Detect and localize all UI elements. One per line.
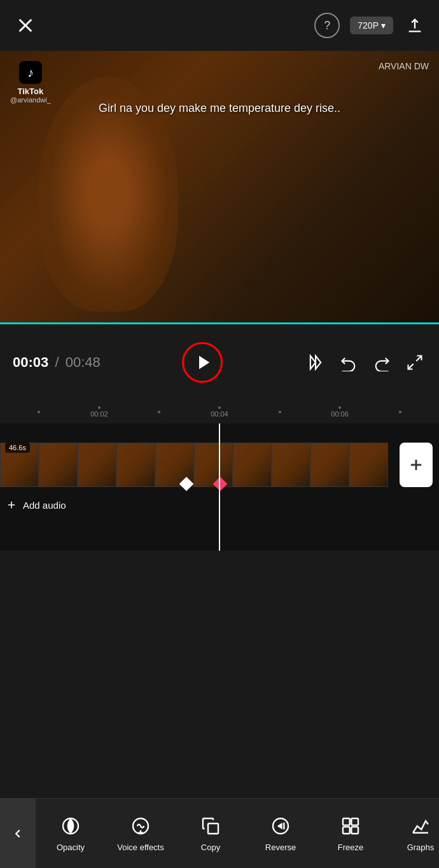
playhead-line	[219, 424, 220, 551]
video-content: ♪ TikTok @arviandwi_ ARVIAN DW Girl na y…	[0, 51, 439, 324]
ruler-mark-4	[279, 411, 281, 413]
add-audio-icon	[5, 499, 18, 511]
freeze-label: Freeze	[338, 843, 363, 852]
thumb-8	[272, 443, 310, 487]
ruler-mark-3: 00:04	[211, 406, 228, 418]
opacity-label: Opacity	[57, 843, 85, 852]
thumb-7	[233, 443, 272, 487]
thumb-2	[39, 443, 78, 487]
tiktok-logo: ♪	[27, 65, 34, 80]
toolbar-scroll: Opacity Voice effects Copy	[36, 799, 439, 869]
ruler-mark-5: 00:06	[331, 406, 349, 418]
top-bar-right: ? 720P ▾	[314, 13, 426, 38]
ruler-dot	[98, 406, 101, 409]
voice-effects-icon	[129, 815, 152, 837]
svg-line-6	[408, 364, 414, 369]
ruler-dot	[399, 411, 401, 413]
voice-effects-tool[interactable]: Voice effects	[106, 799, 176, 869]
bottom-toolbar: Opacity Voice effects Copy	[0, 798, 439, 868]
quality-button[interactable]: 720P ▾	[350, 17, 393, 34]
timeline-area[interactable]: 46.6s Add audio	[0, 424, 439, 551]
freeze-tool[interactable]: Freeze	[316, 799, 386, 869]
ruler-dot	[218, 406, 221, 409]
back-button[interactable]	[0, 799, 36, 869]
graphs-icon	[409, 815, 432, 837]
thumb-6	[194, 443, 233, 487]
voice-effects-label: Voice effects	[117, 843, 164, 852]
ruler-mark-6	[399, 411, 401, 413]
ruler-label-1: 00:04	[211, 410, 228, 418]
play-button[interactable]	[182, 342, 223, 383]
opacity-icon	[59, 815, 82, 837]
add-audio-row[interactable]: Add audio	[5, 499, 66, 511]
graphs-tool[interactable]: Graphs	[386, 799, 439, 869]
svg-marker-2	[199, 356, 209, 369]
fullscreen-icon[interactable]	[403, 351, 426, 374]
ruler-mark-0	[38, 411, 40, 413]
svg-rect-15	[208, 823, 218, 834]
close-button[interactable]	[13, 13, 38, 38]
tiktok-watermark: ♪ TikTok @arviandwi_	[10, 61, 51, 104]
thumb-9	[310, 443, 349, 487]
ruler-dot	[338, 406, 341, 409]
reverse-label: Reverse	[265, 843, 296, 852]
copy-label: Copy	[201, 843, 220, 852]
svg-rect-20	[351, 818, 358, 825]
thumb-10	[349, 443, 388, 487]
thumb-3	[78, 443, 116, 487]
ruler-dot	[279, 411, 281, 413]
undo-icon[interactable]	[337, 351, 360, 374]
ruler-mark-1: 00:02	[90, 406, 108, 418]
time-controls: 00:03 / 00:48	[0, 342, 439, 383]
svg-rect-19	[343, 818, 350, 825]
tiktok-name: TikTok	[18, 86, 44, 96]
opacity-tool[interactable]: Opacity	[36, 799, 106, 869]
ruler-dot	[158, 411, 160, 413]
track-thumbnails	[0, 443, 388, 487]
top-bar: ? 720P ▾	[0, 0, 439, 51]
svg-rect-21	[343, 827, 350, 834]
time-separator: /	[55, 354, 59, 370]
add-audio-label[interactable]: Add audio	[23, 500, 66, 511]
add-track-button[interactable]	[400, 443, 433, 487]
reverse-tool[interactable]: Reverse	[246, 799, 316, 869]
help-button[interactable]: ?	[314, 13, 340, 38]
ruler-label-2: 00:06	[331, 410, 349, 418]
thumb-4	[116, 443, 155, 487]
timeline-ruler: 00:02 00:04 00:06	[0, 401, 439, 424]
graphs-label: Graphs	[407, 843, 435, 852]
ruler-dot	[38, 411, 40, 413]
watermark-name: ARVIAN DW	[379, 61, 429, 71]
video-subtitle: Girl na you dey make me temperature dey …	[0, 102, 439, 115]
copy-icon	[199, 815, 222, 837]
tiktok-icon: ♪	[19, 61, 42, 84]
copy-tool[interactable]: Copy	[176, 799, 246, 869]
playback-controls: 00:03 / 00:48	[0, 324, 439, 401]
upload-button[interactable]	[403, 14, 426, 37]
control-icons	[304, 351, 426, 374]
reverse-icon	[269, 815, 292, 837]
svg-marker-17	[277, 823, 282, 830]
time-current: 00:03	[13, 354, 48, 370]
svg-rect-22	[351, 827, 358, 834]
ruler-label-0: 00:02	[90, 410, 108, 418]
ruler-marks: 00:02 00:04 00:06	[0, 406, 439, 418]
svg-line-5	[416, 356, 421, 361]
svg-marker-3	[310, 356, 316, 369]
freeze-icon	[339, 815, 362, 837]
redo-icon[interactable]	[370, 351, 393, 374]
time-display: 00:03 / 00:48	[13, 354, 101, 371]
time-total: 00:48	[66, 354, 101, 370]
ruler-mark-2	[158, 411, 160, 413]
speed-icon[interactable]	[304, 351, 327, 374]
track-duration-badge: 46.6s	[5, 443, 30, 453]
video-preview: ♪ TikTok @arviandwi_ ARVIAN DW Girl na y…	[0, 51, 439, 324]
